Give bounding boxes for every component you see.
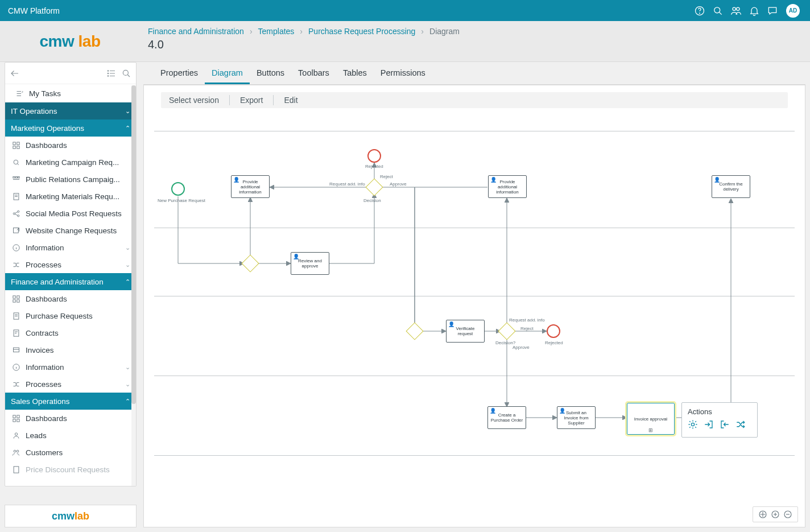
select-version-button[interactable]: Select version [169,96,219,105]
sidebar-item-website-change[interactable]: Website Change Requests [5,222,136,239]
sidebar-item-fin-information[interactable]: Information⌄ [5,358,136,376]
task-confirm-delivery[interactable]: 👤Confirm the delivery [712,175,750,198]
end-event-rejected-2[interactable] [547,324,560,338]
sidebar-my-tasks[interactable]: My Tasks [5,84,136,102]
scrollbar-thumb[interactable] [131,85,136,404]
sidebar-item-campaign-req[interactable]: Marketing Campaign Req... [5,154,136,171]
reject2-label: Reject [520,326,534,331]
svg-point-7 [108,75,109,76]
sidebar-item-social-media[interactable]: Social Media Post Requests [5,205,136,222]
users-icon[interactable] [727,2,745,20]
svg-point-5 [108,70,109,71]
crumb-templates[interactable]: Templates [258,27,295,36]
svg-rect-26 [16,299,19,302]
svg-point-4 [737,7,739,10]
decision-label: Decision [363,198,381,203]
task-verify[interactable]: 👤Verificate request [446,320,485,343]
chevron-down-icon: ⌄ [125,108,130,115]
step-in-icon[interactable] [704,419,714,430]
shuffle-icon[interactable] [735,419,746,430]
task-review[interactable]: 👤Review and approve [291,252,329,275]
req-add-label: Request add. info [329,182,365,187]
chat-icon[interactable] [763,2,782,20]
crumb-finance[interactable]: Finance and Administration [148,27,244,36]
start-event[interactable] [171,182,185,196]
chevron-down-icon: ⌄ [125,244,130,251]
actions-title: Actions [688,407,751,416]
sidebar-item-sales-dashboards[interactable]: Dashboards [5,410,136,427]
step-out-icon[interactable] [720,419,730,430]
bell-icon[interactable] [745,2,763,20]
search-icon[interactable] [121,68,131,79]
sidebar-item-price-discount[interactable]: Price Discount Requests [5,461,136,478]
version-label: 4.0 [148,38,802,51]
sidebar-section-sales[interactable]: Sales Operations ⌃ [5,393,136,410]
svg-rect-34 [16,419,19,421]
sidebar-item-leads[interactable]: Leads [5,427,136,444]
tab-toolbars[interactable]: Toolbars [291,68,336,84]
rejected-label: Rejected [365,164,383,169]
tab-properties[interactable]: Properties [154,68,205,84]
sidebar-section-it-operations[interactable]: IT Operations ⌄ [5,102,136,119]
search-icon[interactable] [709,2,727,20]
sidebar-item-customers[interactable]: Customers [5,444,136,461]
sidebar-item-processes[interactable]: Processes⌄ [5,256,136,273]
canvas: Select version Export Edit [143,85,805,527]
diagram-toolbar: Select version Export Edit [161,92,788,108]
sidebar: My Tasks IT Operations ⌄ Marketing Opera… [5,62,137,486]
sidebar-item-dashboards[interactable]: Dashboards [5,137,136,154]
svg-rect-10 [16,142,19,144]
svg-point-20 [17,215,19,216]
zoom-out-icon[interactable] [783,509,793,519]
svg-rect-31 [13,415,15,417]
sidebar-section-marketing[interactable]: Marketing Operations ⌃ [5,119,136,137]
tab-diagram[interactable]: Diagram [205,68,250,84]
task-provide-info-2[interactable]: 👤Provide additional information [488,175,527,198]
reject-label: Reject [380,174,393,179]
approve-label: Approve [390,182,407,187]
crumb-purchase-request[interactable]: Purchase Request Processing [308,27,415,36]
zoom-in-icon[interactable] [770,509,780,519]
export-button[interactable]: Export [240,96,263,105]
svg-point-2 [714,7,720,13]
approve2-label: Approve [513,345,530,350]
sidebar-item-materials-req[interactable]: Marketing Materials Requ... [5,188,136,205]
chevron-right-icon: › [250,27,253,36]
svg-point-37 [16,450,19,452]
sidebar-item-fin-processes[interactable]: Processes⌄ [5,376,136,393]
task-provide-info-1[interactable]: 👤Provide additional information [231,175,270,198]
tab-permissions[interactable]: Permissions [374,68,432,84]
sidebar-section-finance[interactable]: Finance and Administration ⌃ [5,273,136,290]
svg-rect-15 [15,176,17,178]
svg-point-1 [700,13,700,13]
sidebar-toolbar [5,63,136,84]
sidebar-item-fin-dashboards[interactable]: Dashboards [5,290,136,307]
list-icon[interactable] [106,68,117,79]
sidebar-item-contracts[interactable]: Contracts [5,324,136,341]
gear-icon[interactable] [688,419,698,430]
svg-rect-23 [13,295,15,298]
sidebar-item-purchase-req[interactable]: Purchase Requests [5,307,136,324]
collapse-icon[interactable] [10,68,20,79]
sidebar-item-pr-campaign[interactable]: Public Relations Campaig... [5,171,136,188]
zoom-fit-icon[interactable] [758,509,768,519]
svg-rect-12 [16,146,19,148]
tab-buttons[interactable]: Buttons [250,68,291,84]
avatar[interactable]: AD [786,4,800,18]
task-create-po[interactable]: 👤Create a Purchase Order [487,406,526,429]
sidebar-item-information[interactable]: Information⌄ [5,239,136,256]
bpmn-diagram[interactable]: New Purchase Request Rejected 👤Provide a… [144,119,805,527]
topbar: CMW Platform AD [0,0,810,21]
end-event-rejected[interactable] [367,149,381,163]
chevron-up-icon: ⌃ [125,278,130,286]
svg-rect-14 [13,176,14,178]
svg-point-36 [14,450,16,452]
tab-tables[interactable]: Tables [336,68,374,84]
help-icon[interactable] [691,2,709,20]
sidebar-item-invoices[interactable]: Invoices [5,341,136,358]
svg-rect-25 [13,299,15,302]
subtop: cmw lab Finance and Administration › Tem… [0,21,810,62]
task-invoice-approval[interactable]: Invoice approval⊞ [627,403,675,435]
task-submit-invoice[interactable]: 👤Submit an Invoice from Supplier [557,406,596,429]
edit-button[interactable]: Edit [284,96,297,105]
